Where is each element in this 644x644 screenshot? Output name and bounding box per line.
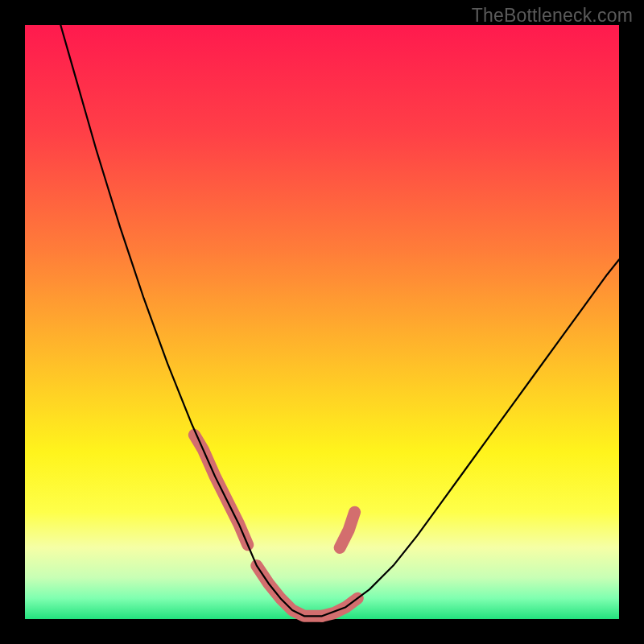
valley-floor-highlight: [257, 566, 322, 617]
right-rise-dots: [340, 512, 354, 547]
bottleneck-curve: [60, 25, 619, 616]
outer-frame: TheBottleneck.com: [0, 0, 644, 644]
watermark-text: TheBottleneck.com: [472, 5, 633, 27]
chart-svg: [25, 25, 619, 619]
